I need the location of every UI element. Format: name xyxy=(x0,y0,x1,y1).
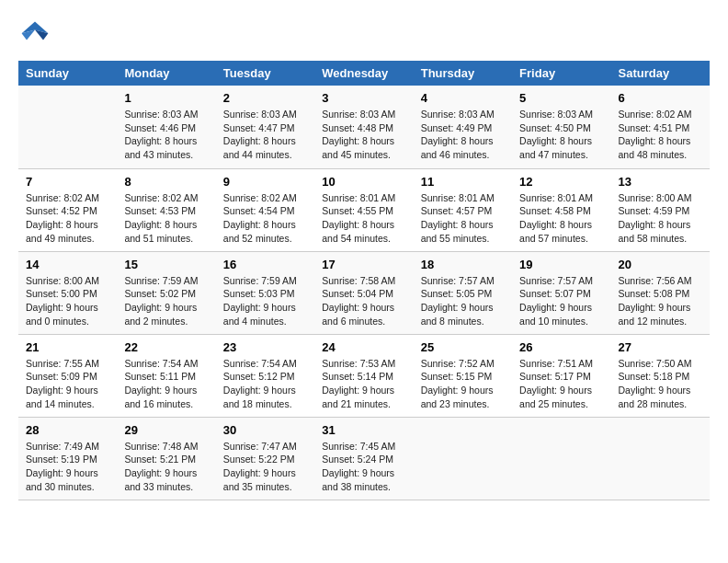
calendar-cell: 21Sunrise: 7:55 AMSunset: 5:09 PMDayligh… xyxy=(18,334,117,417)
calendar-cell: 5Sunrise: 8:03 AMSunset: 4:50 PMDaylight… xyxy=(512,86,610,168)
day-number: 25 xyxy=(421,340,505,354)
page-header xyxy=(18,18,710,52)
calendar-cell: 19Sunrise: 7:57 AMSunset: 5:07 PMDayligh… xyxy=(512,251,610,334)
column-header-saturday: Saturday xyxy=(611,61,710,86)
calendar-cell: 8Sunrise: 8:02 AMSunset: 4:53 PMDaylight… xyxy=(117,168,215,251)
calendar-cell: 14Sunrise: 8:00 AMSunset: 5:00 PMDayligh… xyxy=(18,251,117,334)
day-info: Sunrise: 7:52 AMSunset: 5:15 PMDaylight:… xyxy=(421,357,505,411)
day-info: Sunrise: 7:57 AMSunset: 5:05 PMDaylight:… xyxy=(421,274,505,328)
calendar-cell: 2Sunrise: 8:03 AMSunset: 4:47 PMDaylight… xyxy=(216,86,314,168)
day-info: Sunrise: 8:00 AMSunset: 5:00 PMDaylight:… xyxy=(26,274,109,328)
day-info: Sunrise: 8:01 AMSunset: 4:55 PMDaylight:… xyxy=(322,191,405,246)
calendar-table: SundayMondayTuesdayWednesdayThursdayFrid… xyxy=(18,61,710,500)
calendar-cell: 13Sunrise: 8:00 AMSunset: 4:59 PMDayligh… xyxy=(611,168,710,251)
day-info: Sunrise: 7:59 AMSunset: 5:02 PMDaylight:… xyxy=(124,274,208,328)
day-info: Sunrise: 7:54 AMSunset: 5:12 PMDaylight:… xyxy=(223,357,307,411)
calendar-cell xyxy=(414,417,512,500)
calendar-cell: 16Sunrise: 7:59 AMSunset: 5:03 PMDayligh… xyxy=(216,251,314,334)
calendar-cell: 29Sunrise: 7:48 AMSunset: 5:21 PMDayligh… xyxy=(117,417,215,500)
calendar-cell: 11Sunrise: 8:01 AMSunset: 4:57 PMDayligh… xyxy=(414,168,512,251)
week-row-4: 21Sunrise: 7:55 AMSunset: 5:09 PMDayligh… xyxy=(18,334,710,417)
day-number: 28 xyxy=(26,423,109,437)
week-row-1: 1Sunrise: 8:03 AMSunset: 4:46 PMDaylight… xyxy=(18,86,710,168)
calendar-cell: 9Sunrise: 8:02 AMSunset: 4:54 PMDaylight… xyxy=(216,168,314,251)
day-info: Sunrise: 8:03 AMSunset: 4:50 PMDaylight:… xyxy=(519,108,603,162)
calendar-cell: 23Sunrise: 7:54 AMSunset: 5:12 PMDayligh… xyxy=(216,334,314,417)
calendar-cell: 30Sunrise: 7:47 AMSunset: 5:22 PMDayligh… xyxy=(216,417,314,500)
day-number: 23 xyxy=(223,340,307,354)
calendar-cell: 22Sunrise: 7:54 AMSunset: 5:11 PMDayligh… xyxy=(117,334,215,417)
day-number: 4 xyxy=(421,91,505,105)
week-row-5: 28Sunrise: 7:49 AMSunset: 5:19 PMDayligh… xyxy=(18,417,710,500)
calendar-cell xyxy=(611,417,710,500)
calendar-cell: 27Sunrise: 7:50 AMSunset: 5:18 PMDayligh… xyxy=(611,334,710,417)
day-number: 14 xyxy=(26,258,109,271)
day-info: Sunrise: 8:03 AMSunset: 4:46 PMDaylight:… xyxy=(124,108,208,162)
calendar-cell: 4Sunrise: 8:03 AMSunset: 4:49 PMDaylight… xyxy=(414,86,512,168)
day-number: 11 xyxy=(421,175,505,189)
column-header-friday: Friday xyxy=(512,61,610,86)
column-header-wednesday: Wednesday xyxy=(314,61,413,86)
column-header-monday: Monday xyxy=(117,61,215,86)
day-info: Sunrise: 8:02 AMSunset: 4:54 PMDaylight:… xyxy=(223,191,307,246)
day-number: 31 xyxy=(322,423,405,437)
day-info: Sunrise: 7:58 AMSunset: 5:04 PMDaylight:… xyxy=(322,274,405,328)
day-info: Sunrise: 8:01 AMSunset: 4:58 PMDaylight:… xyxy=(519,191,603,246)
day-number: 13 xyxy=(619,175,702,189)
logo xyxy=(18,18,57,52)
day-number: 9 xyxy=(223,175,307,189)
calendar-cell: 24Sunrise: 7:53 AMSunset: 5:14 PMDayligh… xyxy=(314,334,413,417)
day-number: 15 xyxy=(124,258,208,271)
day-number: 29 xyxy=(124,423,208,437)
svg-marker-0 xyxy=(22,22,49,34)
calendar-cell: 31Sunrise: 7:45 AMSunset: 5:24 PMDayligh… xyxy=(314,417,413,500)
calendar-cell: 10Sunrise: 8:01 AMSunset: 4:55 PMDayligh… xyxy=(314,168,413,251)
calendar-cell: 18Sunrise: 7:57 AMSunset: 5:05 PMDayligh… xyxy=(414,251,512,334)
day-info: Sunrise: 8:02 AMSunset: 4:53 PMDaylight:… xyxy=(124,191,208,246)
day-number: 22 xyxy=(124,340,208,354)
calendar-cell: 6Sunrise: 8:02 AMSunset: 4:51 PMDaylight… xyxy=(611,86,710,168)
day-number: 17 xyxy=(322,258,405,271)
day-number: 26 xyxy=(519,340,603,354)
day-number: 30 xyxy=(223,423,307,437)
day-number: 27 xyxy=(619,340,702,354)
logo-icon xyxy=(18,18,51,52)
calendar-cell: 26Sunrise: 7:51 AMSunset: 5:17 PMDayligh… xyxy=(512,334,610,417)
day-info: Sunrise: 7:53 AMSunset: 5:14 PMDaylight:… xyxy=(322,357,405,411)
day-number: 12 xyxy=(519,175,603,189)
day-number: 1 xyxy=(124,91,208,105)
day-info: Sunrise: 8:03 AMSunset: 4:48 PMDaylight:… xyxy=(322,108,405,162)
day-number: 8 xyxy=(124,175,208,189)
calendar-cell: 25Sunrise: 7:52 AMSunset: 5:15 PMDayligh… xyxy=(414,334,512,417)
day-number: 3 xyxy=(322,91,405,105)
calendar-cell: 20Sunrise: 7:56 AMSunset: 5:08 PMDayligh… xyxy=(611,251,710,334)
calendar-cell: 12Sunrise: 8:01 AMSunset: 4:58 PMDayligh… xyxy=(512,168,610,251)
day-info: Sunrise: 8:02 AMSunset: 4:51 PMDaylight:… xyxy=(619,108,702,162)
day-number: 7 xyxy=(26,175,109,189)
day-info: Sunrise: 7:48 AMSunset: 5:21 PMDaylight:… xyxy=(124,440,208,494)
day-info: Sunrise: 8:01 AMSunset: 4:57 PMDaylight:… xyxy=(421,191,505,246)
calendar-header-row: SundayMondayTuesdayWednesdayThursdayFrid… xyxy=(18,61,710,86)
calendar-cell: 1Sunrise: 8:03 AMSunset: 4:46 PMDaylight… xyxy=(117,86,215,168)
day-info: Sunrise: 8:02 AMSunset: 4:52 PMDaylight:… xyxy=(26,191,109,246)
day-info: Sunrise: 7:55 AMSunset: 5:09 PMDaylight:… xyxy=(26,357,109,411)
day-info: Sunrise: 7:59 AMSunset: 5:03 PMDaylight:… xyxy=(223,274,307,328)
day-number: 24 xyxy=(322,340,405,354)
week-row-3: 14Sunrise: 8:00 AMSunset: 5:00 PMDayligh… xyxy=(18,251,710,334)
day-info: Sunrise: 7:51 AMSunset: 5:17 PMDaylight:… xyxy=(519,357,603,411)
day-info: Sunrise: 7:47 AMSunset: 5:22 PMDaylight:… xyxy=(223,440,307,494)
day-number: 2 xyxy=(223,91,307,105)
day-info: Sunrise: 8:00 AMSunset: 4:59 PMDaylight:… xyxy=(619,191,702,246)
day-number: 6 xyxy=(619,91,702,105)
day-number: 5 xyxy=(519,91,603,105)
day-number: 16 xyxy=(223,258,307,271)
calendar-cell: 17Sunrise: 7:58 AMSunset: 5:04 PMDayligh… xyxy=(314,251,413,334)
day-info: Sunrise: 7:57 AMSunset: 5:07 PMDaylight:… xyxy=(519,274,603,328)
calendar-cell xyxy=(512,417,610,500)
day-info: Sunrise: 8:03 AMSunset: 4:49 PMDaylight:… xyxy=(421,108,505,162)
day-number: 19 xyxy=(519,258,603,271)
calendar-body: 1Sunrise: 8:03 AMSunset: 4:46 PMDaylight… xyxy=(18,86,710,500)
day-info: Sunrise: 7:54 AMSunset: 5:11 PMDaylight:… xyxy=(124,357,208,411)
calendar-cell xyxy=(18,86,117,168)
calendar-cell: 15Sunrise: 7:59 AMSunset: 5:02 PMDayligh… xyxy=(117,251,215,334)
